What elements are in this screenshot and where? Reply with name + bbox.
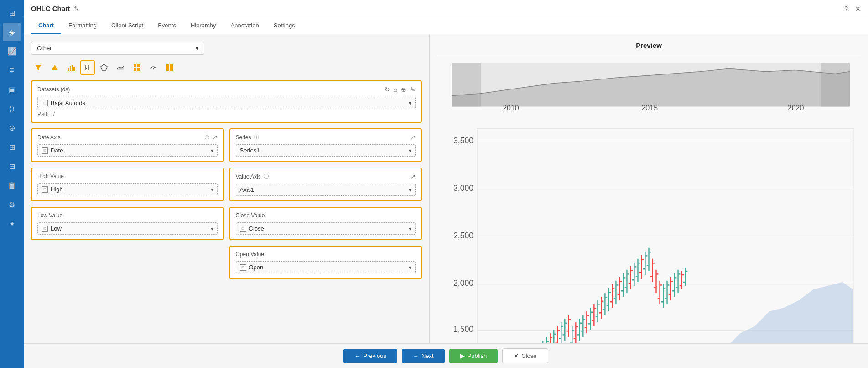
svg-rect-16 — [137, 68, 140, 71]
low-close-row: Low Value ⊡ Low ▾ Close Value — [31, 207, 422, 240]
svg-marker-12 — [101, 64, 107, 70]
sidebar-item-table[interactable]: ⊟ — [3, 157, 21, 175]
tab-client-script[interactable]: Client Script — [104, 17, 151, 34]
add-ds-icon[interactable]: ⊕ — [401, 86, 406, 93]
triangle-icon[interactable] — [47, 60, 62, 75]
prev-arrow-icon: ← — [354, 352, 360, 359]
svg-rect-5 — [73, 67, 75, 71]
sidebar-item-report[interactable]: 📋 — [3, 176, 21, 195]
tab-settings[interactable]: Settings — [266, 17, 302, 34]
content-wrapper: Other ▾ — [24, 34, 868, 343]
series-label: Series — [236, 134, 251, 141]
sidebar-item-form[interactable]: ▣ — [3, 80, 21, 99]
close-value-label: Close Value — [236, 212, 265, 219]
low-value-section: Low Value ⊡ Low ▾ — [31, 207, 224, 240]
svg-rect-2 — [68, 68, 69, 71]
next-arrow-icon: → — [413, 352, 419, 359]
low-value-val: Low — [51, 225, 62, 232]
open-value-label: Open Value — [236, 251, 265, 258]
series-info-icon[interactable]: ⓘ — [254, 134, 259, 141]
dataset-path: Path : / — [37, 111, 416, 117]
refresh-icon[interactable]: ↻ — [385, 86, 390, 93]
svg-marker-1 — [52, 65, 58, 70]
tab-formatting[interactable]: Formatting — [61, 17, 104, 34]
tab-events[interactable]: Events — [151, 17, 183, 34]
open-value-selector[interactable]: ⊡ Open ▾ — [236, 261, 416, 273]
pentagon-icon[interactable] — [97, 60, 111, 75]
help-icon[interactable]: ? — [844, 5, 848, 12]
window-close-icon[interactable]: ✕ — [855, 5, 861, 12]
publish-button[interactable]: ▶ Publish — [449, 349, 498, 363]
dataset-selector[interactable]: ⊞ Bajaj Auto.ds ▾ — [37, 97, 416, 109]
tab-hierarchy[interactable]: Hierarchy — [183, 17, 223, 34]
preview-title: Preview — [437, 42, 861, 49]
date-axis-actions: ⚇ ↗ — [204, 134, 218, 141]
value-axis-actions: ↗ — [411, 173, 416, 180]
sidebar-item-code[interactable]: ⟨⟩ — [3, 100, 21, 118]
tab-annotation[interactable]: Annotation — [223, 17, 266, 34]
svg-text:2015: 2015 — [641, 104, 658, 112]
close-value-selector[interactable]: ⊡ Close ▾ — [236, 222, 416, 235]
high-col-icon: ⊡ — [42, 186, 48, 193]
page-title: OHLC Chart — [31, 5, 70, 12]
grid-icon[interactable] — [130, 60, 144, 75]
left-panel: Other ▾ — [24, 34, 430, 343]
open-col-icon: ⊡ — [240, 264, 246, 271]
sidebar-item-star[interactable]: ✦ — [3, 215, 21, 233]
svg-text:2,500: 2,500 — [453, 231, 473, 240]
date-axis-selector[interactable]: ⊡ Date ▾ — [37, 144, 218, 157]
low-value-selector[interactable]: ⊡ Low ▾ — [37, 222, 218, 235]
type-selector[interactable]: Other ▾ — [31, 42, 204, 55]
sidebar-item-analytics[interactable]: 📈 — [3, 42, 21, 60]
area-icon[interactable] — [113, 60, 128, 75]
close-button[interactable]: ✕ Close — [502, 348, 548, 363]
date-axis-arrow-icon[interactable]: ↗ — [213, 134, 218, 141]
open-value-val: Open — [249, 264, 264, 271]
previous-button[interactable]: ← Previous — [343, 349, 397, 363]
high-value-label: High Value — [37, 173, 64, 179]
svg-text:2010: 2010 — [503, 104, 519, 112]
sidebar-item-dashboard[interactable]: ⊞ — [3, 138, 21, 156]
value-axis-selector[interactable]: Axis1 ▾ — [236, 184, 416, 196]
ohlc-icon[interactable] — [80, 60, 95, 75]
sidebar-item-chart[interactable]: ◈ — [3, 23, 21, 41]
bottom-bar: ← Previous → Next ▶ Publish ✕ Close — [24, 343, 868, 368]
datasets-section: Datasets (ds) ↻ ⌂ ⊕ ✎ ⊞ Bajaj Auto.ds ▾ — [31, 80, 422, 123]
value-axis-arrow-icon[interactable]: ↗ — [411, 173, 416, 180]
value-axis-chevron: ▾ — [409, 187, 411, 193]
svg-marker-0 — [35, 65, 42, 70]
sidebar-item-home[interactable]: ⊞ — [3, 4, 21, 22]
series-selector[interactable]: Series1 ▾ — [236, 144, 416, 157]
next-button[interactable]: → Next — [402, 349, 445, 363]
value-axis-label: Value Axis — [236, 173, 261, 180]
datasets-header: Datasets (ds) ↻ ⌂ ⊕ ✎ — [37, 86, 416, 93]
high-valueaxis-row: High Value ⊡ High ▾ Value Axis ⓘ — [31, 168, 422, 201]
close-value-val: Close — [249, 225, 264, 232]
close-value-section: Close Value ⊡ Close ▾ — [229, 207, 422, 240]
svg-text:3,500: 3,500 — [453, 136, 473, 145]
split-icon[interactable] — [162, 60, 177, 75]
publish-icon: ▶ — [460, 352, 465, 359]
chevron-down-icon: ▾ — [196, 45, 198, 52]
svg-line-17 — [153, 67, 155, 69]
tab-chart[interactable]: Chart — [31, 17, 61, 34]
high-value-selector[interactable]: ⊡ High ▾ — [37, 183, 218, 195]
bar-chart-icon[interactable] — [64, 60, 78, 75]
value-axis-info-icon[interactable]: ⓘ — [264, 173, 269, 180]
sidebar-item-settings[interactable]: ⚙ — [3, 195, 21, 214]
date-axis-link-icon[interactable]: ⚇ — [204, 134, 210, 141]
series-arrow-icon[interactable]: ↗ — [411, 134, 416, 141]
edit-ds-icon[interactable]: ✎ — [410, 86, 416, 93]
sidebar-item-workflow[interactable]: ⊕ — [3, 119, 21, 137]
low-col-icon: ⊡ — [42, 226, 48, 232]
svg-rect-3 — [70, 66, 71, 71]
date-col-icon: ⊡ — [42, 147, 48, 154]
filter-icon[interactable] — [31, 60, 46, 75]
icon-toolbar — [31, 60, 422, 75]
sidebar-item-list[interactable]: ≡ — [3, 61, 21, 79]
gauge-icon[interactable] — [146, 60, 161, 75]
datasets-actions: ↻ ⌂ ⊕ ✎ — [385, 86, 416, 93]
sidebar: ⊞ ◈ 📈 ≡ ▣ ⟨⟩ ⊕ ⊞ ⊟ 📋 ⚙ ✦ — [0, 0, 24, 368]
edit-icon[interactable]: ✎ — [74, 5, 79, 12]
home-ds-icon[interactable]: ⌂ — [394, 86, 397, 93]
